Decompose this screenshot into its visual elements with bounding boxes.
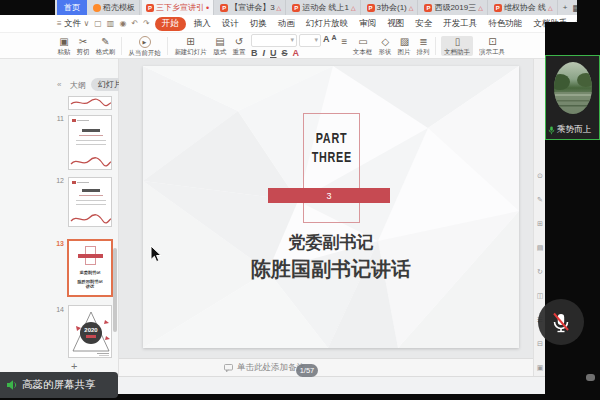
thumb-text-line [76,144,106,145]
presentation-tools-button[interactable]: ⊡演示工具 [478,37,506,55]
textbox-icon: ▭ [358,37,367,47]
svg-text:2020: 2020 [84,327,98,333]
font-size-select[interactable]: ▾ [299,34,321,47]
decrease-font-button[interactable]: A [332,34,337,47]
tab-doc-6[interactable]: P 维权协会 线 △ [490,0,558,15]
slide-title-line-1[interactable]: 党委副书记 [143,231,519,254]
print-icon[interactable]: ▥ [107,19,115,28]
panel-collapse-icon[interactable]: « [57,80,61,89]
tool-icon[interactable]: ✎ [536,196,544,204]
thumb-flag-graphic [72,119,76,122]
picture-button[interactable]: ▨图片 [397,37,411,55]
chevron-down-icon: ▾ [290,36,294,44]
font-color-button[interactable]: A [293,48,300,58]
arrange-label: 排列 [417,48,430,54]
tab-doc-3[interactable]: P 运动会 线上1 △ [288,0,360,15]
new-tab-button[interactable]: + [560,3,571,12]
layout-button[interactable]: ▤版式 [213,37,227,55]
menu-tab-home[interactable]: 开始 [155,17,186,31]
tab-home[interactable]: 首页 [57,0,87,15]
textbox-button[interactable]: ▭文本框 [352,37,373,55]
panel-scrollbar[interactable] [113,248,117,332]
menu-tab-insert[interactable]: 插入 [191,17,214,31]
ppt-file-icon: P [292,4,300,12]
menu-bar: ≡ 文件 ∨ ▢ ▥ ◉ ↶ ↷ 开始 插入 设计 切换 动画 幻灯片放映 审阅… [0,15,577,33]
tool-icon[interactable]: ⊞ [536,220,544,228]
tab-home-label: 首页 [64,2,80,13]
docer-icon [93,4,101,12]
new-slide-label: 新建幻灯片 [174,48,206,54]
add-slide-button[interactable]: + [71,360,77,372]
format-painter-button[interactable]: ✎格式刷 [95,37,116,55]
tool-icon[interactable]: ◫ [536,292,544,300]
shape-button[interactable]: ◇形状 [378,37,392,55]
tool-icon[interactable]: ⊙ [536,172,544,180]
tool-icon[interactable]: ▤ [536,244,544,252]
arrange-button[interactable]: ≣排列 [416,37,430,55]
increase-font-button[interactable]: A [323,34,330,47]
tab-doc-3-label: 运动会 线上1 [302,2,349,13]
undo-icon[interactable]: ↶ [131,19,138,28]
bold-button[interactable]: B [251,48,258,58]
italic-button[interactable]: I [263,48,266,58]
thumb-divider [79,195,103,196]
doc-assistant-button[interactable]: ▯文档助手 [441,36,473,56]
save-icon[interactable]: ▢ [94,19,102,28]
menu-tab-slideshow[interactable]: 幻灯片放映 [303,17,352,31]
tab-doc-6-label: 维权协会 线 [504,2,546,13]
menu-tab-transition[interactable]: 切换 [247,17,270,31]
notes-bar[interactable]: 单击此处添加备注 [119,358,533,376]
font-family-select[interactable]: ▾ [251,34,297,47]
slide-thumb-14[interactable]: 2020 [68,305,112,358]
new-slide-button[interactable]: ⊞新建幻灯片 [173,37,208,55]
slide-thumb-11[interactable] [68,115,112,170]
participant-name-row: 乘势而上 [548,124,591,136]
menu-tab-security[interactable]: 安全 [412,17,435,31]
menu-tab-review[interactable]: 审阅 [356,17,379,31]
menu-tab-view[interactable]: 视图 [384,17,407,31]
menu-tab-features[interactable]: 特色功能 [485,17,525,31]
menu-tab-devtools[interactable]: 开发工具 [440,17,480,31]
tab-doc-4[interactable]: P 3协会(1) △ [363,0,419,15]
sync-warning-icon: △ [409,4,414,11]
part-number-banner[interactable]: 3 [268,188,390,203]
underline-button[interactable]: U [270,48,277,58]
slide-thumb-12[interactable] [68,177,112,227]
mute-toggle-button[interactable] [538,299,584,345]
preview-icon[interactable]: ◉ [119,19,126,28]
part-three-box[interactable]: PART THREE [303,113,360,223]
mouse-cursor [150,245,163,264]
menu-tab-animation[interactable]: 动画 [275,17,298,31]
tab-doc-5[interactable]: P 西级2019三 △ [420,0,487,15]
participant-video-tile[interactable]: 乘势而上 [545,55,600,140]
tool-icon[interactable]: ⊟ [536,340,544,348]
thumb-rule [77,182,89,183]
play-from-current-label: 从当前开始 [128,49,160,55]
sidebar-scrollbar[interactable] [586,374,595,381]
outline-tab[interactable]: 大纲 [70,80,86,91]
redo-icon[interactable]: ↷ [143,19,150,28]
monitor-icon: ⊡ [488,37,496,47]
muted-mic-icon [549,310,573,334]
bullet-list-button[interactable]: ≡ [342,37,348,55]
slide-number: 12 [48,177,64,184]
cut-button[interactable]: ✂剪切 [76,37,90,55]
reset-icon: ↺ [235,37,243,47]
tab-doc-1[interactable]: P 三下乡宣讲引 • [142,0,214,15]
tab-doc-4-label: 3协会(1) [377,2,407,13]
reset-button[interactable]: ↺重置 [232,37,246,55]
file-menu[interactable]: ≡ 文件 ∨ [57,18,89,30]
tab-doc-2[interactable]: P 【宣讲会】3 △ [216,0,286,15]
tool-icon[interactable]: ▣ [536,364,544,372]
slide-thumb-10-partial[interactable] [68,96,112,110]
strikethrough-button[interactable]: S [282,48,288,58]
menu-tab-design[interactable]: 设计 [219,17,242,31]
tab-docer-templates[interactable]: 稻壳模板 [89,0,140,15]
paste-label: 粘贴 [58,48,71,54]
tool-icon[interactable]: ↻ [536,268,544,276]
slide-title-line-2[interactable]: 陈胜国副书记讲话 [143,256,519,283]
slide-thumb-13-selected[interactable]: 党委副书记 陈胜国副书记讲话 [67,239,113,297]
paste-button[interactable]: ▣粘贴 [57,37,71,55]
play-from-current-button[interactable]: ▶从当前开始 [127,36,162,56]
current-slide[interactable]: PART THREE 3 党委副书记 陈胜国副书记讲话 [143,66,519,348]
